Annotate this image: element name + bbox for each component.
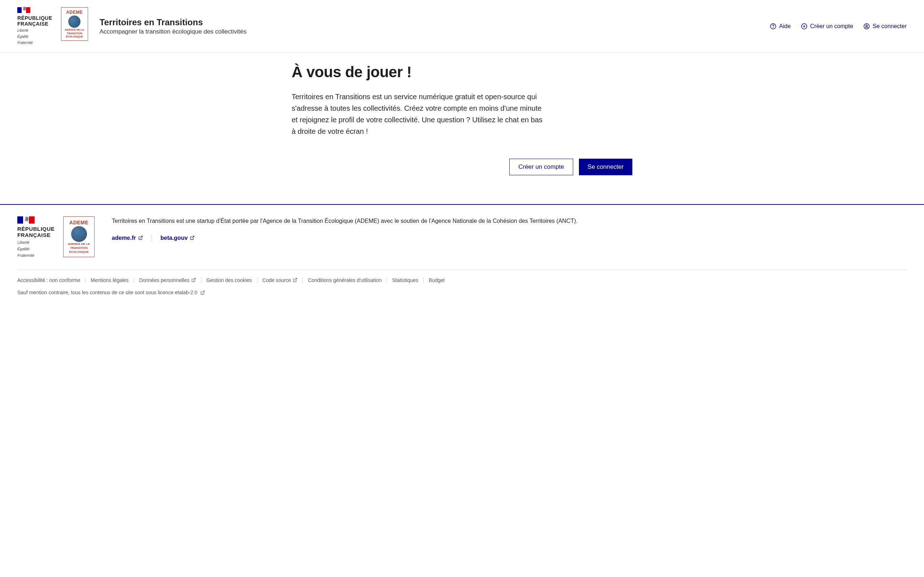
ademe-sub3: ÉCOLOGIQUE [66,35,83,38]
nav-login-label: Se connecter [873,23,907,29]
ademe-title: ADEME [66,10,82,15]
footer-ademe-sub3: ÉCOLOGIQUE [69,251,89,254]
plus-circle-icon [801,23,808,29]
footer-motto-egalite: Égalité [17,246,55,251]
ademe-sub1: AGENCE DE LA [65,29,84,31]
globe-icon [68,16,81,28]
external-link-icon [138,235,143,240]
header-left: 🗿 RÉPUBLIQUE FRANÇAISE Liberté Égalité F… [17,7,247,45]
nav-login-link[interactable]: Se connecter [863,23,907,29]
question-circle-icon [770,23,776,29]
footer-logo-rf: 🗿 RÉPUBLIQUE FRANÇAISE Liberté Égalité F… [17,216,55,258]
site-title-block[interactable]: Territoires en Transitions Accompagner l… [100,17,247,35]
svg-point-4 [866,25,867,27]
footer-license-link[interactable]: licence etalab-2.0 [158,290,205,295]
main-content: À vous de jouer ! Territoires en Transit… [274,53,650,204]
footer-link-betagouv[interactable]: beta.gouv [161,235,195,241]
footer: 🗿 RÉPUBLIQUE FRANÇAISE Liberté Égalité F… [0,204,924,304]
footer-link-source-label: Code source [262,277,291,283]
footer-logo-ademe: ADEME AGENCE DE LA TRANSITION ÉCOLOGIQUE [63,216,94,257]
footer-ademe-sub1: AGENCE DE LA [68,243,89,246]
nav-help-label: Aide [779,23,791,29]
external-link-icon [293,278,297,282]
site-tagline: Accompagner la transition écologique des… [100,28,247,35]
footer-link-accessibility[interactable]: Accessibilité : non conforme [17,277,86,283]
footer-logo-group[interactable]: 🗿 RÉPUBLIQUE FRANÇAISE Liberté Égalité F… [17,216,95,258]
logo-group[interactable]: 🗿 RÉPUBLIQUE FRANÇAISE Liberté Égalité F… [17,7,88,45]
footer-top: 🗿 RÉPUBLIQUE FRANÇAISE Liberté Égalité F… [17,216,907,258]
external-link-icon [190,235,195,240]
footer-link-betagouv-label: beta.gouv [161,235,188,241]
rf-motto-fraternite: Fraternité [17,40,52,45]
footer-license-prefix: Sauf mention contraire, tous les contenu… [17,290,158,295]
footer-link-budget[interactable]: Budget [424,277,450,283]
footer-description: Territoires en Transitions est une start… [112,216,907,226]
nav-create-account-link[interactable]: Créer un compte [801,23,853,29]
logo-republique-francaise: 🗿 RÉPUBLIQUE FRANÇAISE Liberté Égalité F… [17,7,52,45]
footer-legal-links: Accessibilité : non conforme Mentions lé… [17,277,907,283]
footer-link-legal[interactable]: Mentions légales [86,277,134,283]
footer-ademe-sub2: TRANSITION [70,247,88,250]
rf-motto-egalite: Égalité [17,34,52,39]
footer-link-ademe-label: ademe.fr [112,235,136,241]
footer-ademe-title: ADEME [69,220,89,226]
svg-point-1 [773,27,773,28]
footer-link-personal-data[interactable]: Données personnelles [134,277,201,283]
footer-motto-fraternite: Fraternité [17,253,55,258]
create-account-button[interactable]: Créer un compte [509,159,573,175]
rf-francaise: FRANÇAISE [17,21,52,27]
rf-republique: RÉPUBLIQUE [17,15,52,21]
header: 🗿 RÉPUBLIQUE FRANÇAISE Liberté Égalité F… [0,0,924,53]
main-description: Territoires en Transitions est un servic… [292,91,544,137]
account-circle-icon [863,23,870,29]
rf-motto-liberte: Liberté [17,28,52,33]
footer-link-data-label: Données personnelles [139,277,189,283]
marianne-icon: 🗿 [17,7,52,13]
footer-license: Sauf mention contraire, tous les contenu… [17,290,907,295]
footer-external-links: ademe.fr beta.gouv [112,234,907,242]
footer-link-cookies[interactable]: Gestion des cookies [201,277,257,283]
footer-link-stats[interactable]: Statistiques [387,277,423,283]
header-nav: Aide Créer un compte Se connecter [770,23,907,29]
footer-license-link-label: licence etalab-2.0 [158,290,197,295]
nav-help-link[interactable]: Aide [770,23,791,29]
footer-link-ademe[interactable]: ademe.fr [112,235,143,241]
ademe-sub2: TRANSITION [67,32,82,35]
footer-rf-francaise: FRANÇAISE [17,232,55,238]
logo-ademe: ADEME AGENCE DE LA TRANSITION ÉCOLOGIQUE [61,7,88,41]
footer-motto-liberte: Liberté [17,240,55,245]
nav-create-label: Créer un compte [810,23,853,29]
separator [152,234,152,242]
footer-link-source[interactable]: Code source [257,277,303,283]
login-button[interactable]: Se connecter [579,159,632,175]
globe-icon [71,226,87,242]
marianne-icon: 🗿 [17,216,55,224]
footer-bottom: Accessibilité : non conforme Mentions lé… [17,270,907,295]
footer-link-cgu[interactable]: Conditions générales d'utilisation [303,277,387,283]
footer-rf-republique: RÉPUBLIQUE [17,226,55,232]
cta-row: Créer un compte Se connecter [292,159,632,175]
site-title: Territoires en Transitions [100,17,247,27]
main-title: À vous de jouer ! [292,63,632,81]
footer-content: Territoires en Transitions est une start… [112,216,907,242]
external-link-icon [200,290,205,295]
external-link-icon [191,278,196,282]
